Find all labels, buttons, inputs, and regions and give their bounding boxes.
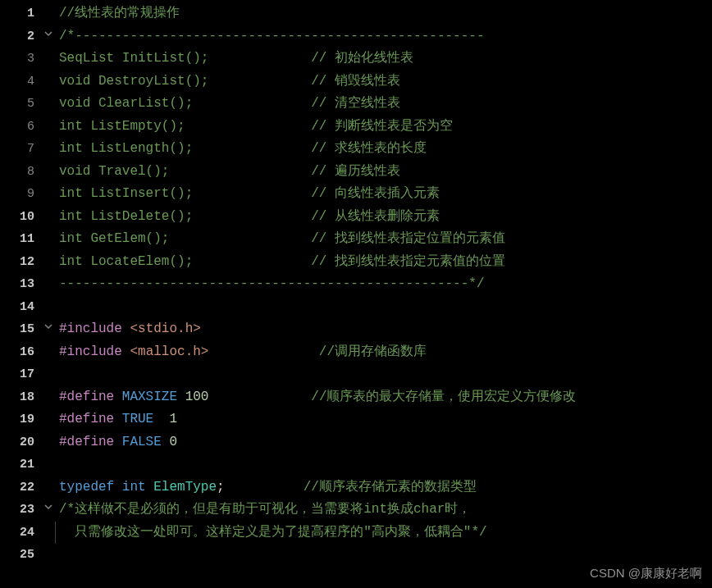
token-comment: /*--------------------------------------…: [59, 29, 484, 43]
line-number: 15: [0, 318, 41, 341]
token-comment: //顺序表存储元素的数据类型: [304, 480, 477, 495]
token-comment: int LocateElem(); // 找到线性表指定元素值的位置: [59, 254, 505, 269]
line-number: 4: [0, 71, 41, 93]
fold-icon[interactable]: [41, 25, 56, 48]
fold-icon: [41, 454, 56, 476]
fold-icon: [41, 48, 56, 71]
fold-icon: [41, 138, 56, 161]
code-line[interactable]: #define MAXSIZE 100 //顺序表的最大存储量，使用宏定义方便修…: [59, 386, 712, 409]
line-number: 21: [0, 454, 41, 476]
fold-icon: [41, 476, 56, 499]
token-preproc: #define: [59, 435, 122, 449]
token-comment: int ListInsert(); // 向线性表插入元素: [59, 186, 440, 201]
code-line[interactable]: SeqList InitList(); // 初始化线性表: [59, 48, 712, 71]
fold-icon: [41, 116, 56, 139]
fold-icon: [41, 296, 56, 319]
code-line[interactable]: [59, 363, 712, 386]
code-line[interactable]: int ListInsert(); // 向线性表插入元素: [59, 183, 712, 206]
code-line[interactable]: #include <stdio.h>: [59, 318, 712, 341]
line-number: 23: [0, 499, 41, 522]
fold-icon[interactable]: [41, 499, 56, 522]
fold-icon[interactable]: [41, 318, 56, 341]
token-white: [153, 412, 169, 426]
fold-icon: [41, 251, 56, 274]
code-line[interactable]: #include <malloc.h> //调用存储函数库: [59, 341, 712, 364]
code-line[interactable]: int ListDelete(); // 从线性表删除元素: [59, 206, 712, 229]
token-preproc: #define: [59, 412, 122, 426]
code-line[interactable]: ----------------------------------------…: [59, 273, 712, 296]
code-line[interactable]: void DestroyList(); // 销毁线性表: [59, 71, 712, 93]
fold-icon: [41, 408, 56, 431]
code-line[interactable]: /*--------------------------------------…: [59, 25, 712, 48]
code-line[interactable]: #define FALSE 0: [59, 431, 712, 454]
code-line[interactable]: 只需修改这一处即可。这样定义是为了提高程序的"高内聚，低耦合"*/: [55, 522, 712, 545]
code-line[interactable]: [59, 296, 712, 319]
line-number: 13: [0, 273, 41, 296]
token-comment: ----------------------------------------…: [59, 276, 484, 291]
fold-icon: [41, 206, 56, 229]
token-white: [225, 480, 304, 495]
line-number: 7: [0, 138, 41, 161]
token-comment: int ListLength(); // 求线性表的长度: [59, 141, 427, 156]
code-line[interactable]: //线性表的常规操作: [59, 2, 712, 25]
token-comment: //调用存储函数库: [319, 344, 427, 359]
token-comment: 只需修改这一处即可。这样定义是为了提高程序的"高内聚，低耦合"*/: [59, 525, 487, 540]
fold-column: [41, 0, 56, 588]
line-number: 3: [0, 48, 41, 71]
code-line[interactable]: int LocateElem(); // 找到线性表指定元素值的位置: [59, 251, 712, 274]
code-area[interactable]: //线性表的常规操作/*----------------------------…: [56, 0, 712, 588]
token-type: typedef: [59, 480, 114, 495]
token-comment: void ClearList(); // 清空线性表: [59, 96, 400, 111]
token-white: [208, 390, 311, 404]
fold-icon: [41, 544, 56, 567]
line-number: 20: [0, 431, 41, 454]
code-line[interactable]: int GetElem(); // 找到线性表指定位置的元素值: [59, 228, 712, 251]
code-editor[interactable]: 1234567891011121314151617181920212223242…: [0, 0, 712, 588]
fold-icon: [41, 71, 56, 93]
token-number: 100: [185, 390, 209, 404]
token-number: 0: [169, 435, 177, 449]
code-line[interactable]: int ListEmpty(); // 判断线性表是否为空: [59, 116, 712, 139]
watermark: CSDN @康康好老啊: [590, 566, 702, 581]
token-white: [146, 480, 154, 495]
token-white: [208, 344, 318, 359]
code-line[interactable]: [59, 454, 712, 476]
fold-icon: [41, 228, 56, 251]
line-number: 9: [0, 183, 41, 206]
fold-icon: [41, 161, 56, 184]
code-line[interactable]: void Travel(); // 遍历线性表: [59, 161, 712, 184]
fold-icon: [41, 386, 56, 409]
line-number: 22: [0, 476, 41, 499]
token-white: [162, 435, 170, 449]
token-number: 1: [169, 412, 177, 426]
fold-icon: [41, 522, 56, 545]
token-comment: //线性表的常规操作: [59, 6, 180, 21]
token-comment: SeqList InitList(); // 初始化线性表: [59, 51, 413, 66]
token-comment: //顺序表的最大存储量，使用宏定义方便修改: [311, 390, 576, 404]
line-number: 10: [0, 206, 41, 229]
token-comment: void DestroyList(); // 销毁线性表: [59, 74, 400, 89]
line-number: 24: [0, 522, 41, 545]
code-line[interactable]: typedef int ElemType; //顺序表存储元素的数据类型: [59, 476, 712, 499]
token-punct: ;: [217, 480, 225, 495]
code-line[interactable]: int ListLength(); // 求线性表的长度: [59, 138, 712, 161]
token-comment: int ListDelete(); // 从线性表删除元素: [59, 209, 440, 224]
token-typename: ElemType: [153, 480, 217, 495]
line-number: 5: [0, 93, 41, 116]
token-comment: int ListEmpty(); // 判断线性表是否为空: [59, 119, 453, 134]
code-line[interactable]: /*这样做不是必须的，但是有助于可视化，当需要将int换成char时，: [59, 499, 712, 522]
token-comment: int GetElem(); // 找到线性表指定位置的元素值: [59, 231, 505, 246]
line-number: 14: [0, 296, 41, 319]
line-number: 1: [0, 2, 41, 25]
code-line[interactable]: [59, 544, 712, 567]
token-preproc: #include: [59, 321, 130, 336]
fold-icon: [41, 93, 56, 116]
code-line[interactable]: void ClearList(); // 清空线性表: [59, 93, 712, 116]
token-macro: FALSE: [122, 435, 162, 449]
line-number: 25: [0, 544, 41, 567]
token-comment: /*这样做不是必须的，但是有助于可视化，当需要将int换成char时，: [59, 502, 471, 517]
line-number: 8: [0, 161, 41, 184]
code-line[interactable]: #define TRUE 1: [59, 408, 712, 431]
line-number: 17: [0, 363, 41, 386]
fold-icon: [41, 2, 56, 25]
